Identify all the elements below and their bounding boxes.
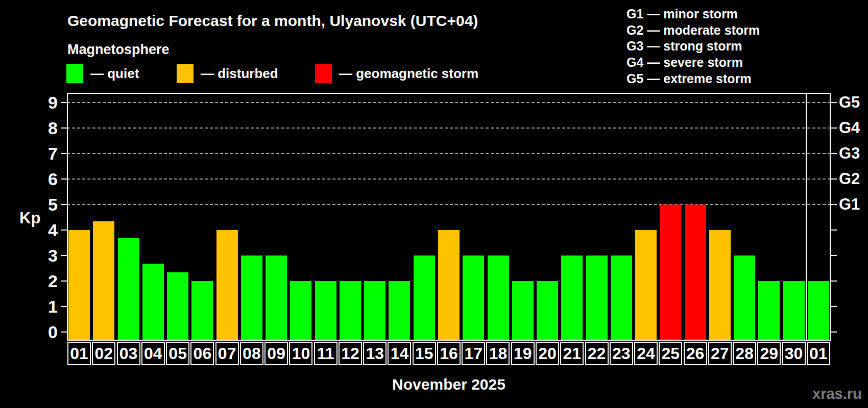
kp-bar-17: [463, 256, 484, 341]
day-label-05: 05: [166, 342, 189, 365]
y-tick-label-2: 2: [27, 272, 58, 290]
gridline-kp8: [67, 128, 831, 129]
day-label-11: 11: [314, 342, 337, 365]
g-mark-G1: G1: [839, 196, 860, 213]
storm-scale-line-1: G1 — minor storm: [626, 6, 760, 22]
left-tick-8: [61, 128, 67, 129]
right-tick-8: [831, 128, 837, 129]
right-tick-3: [831, 255, 837, 256]
plot-area: 0123456789G1G2G3G4G5: [67, 93, 831, 341]
day-label-27: 27: [708, 342, 732, 365]
kp-bar-10: [290, 281, 311, 341]
day-label-01: 01: [67, 342, 91, 365]
y-tick-label-8: 8: [27, 119, 58, 137]
legend-label-storm: — geomagnetic storm: [339, 64, 478, 83]
kp-bar-25: [660, 205, 681, 341]
kp-bar-19: [512, 281, 534, 341]
kp-bar-11: [315, 281, 336, 341]
left-tick-9: [61, 102, 67, 103]
chart-title: Geomagnetic Forecast for a month, Ulyano…: [67, 12, 478, 30]
legend-label-disturbed: — disturbed: [201, 64, 278, 83]
kp-bar-26: [685, 205, 706, 341]
right-tick-9: [831, 102, 837, 103]
storm-scale-line-2: G2 — moderate storm: [626, 22, 760, 39]
kp-bar-16: [438, 230, 460, 341]
y-tick-label-4: 4: [27, 221, 58, 239]
day-label-09: 09: [264, 342, 288, 365]
g-mark-G4: G4: [839, 119, 860, 137]
kp-bar-30: [783, 281, 805, 341]
day-label-17: 17: [462, 342, 485, 365]
quiet-swatch-icon: [66, 64, 83, 83]
left-tick-7: [61, 153, 67, 154]
right-tick-7: [831, 153, 837, 154]
day-label-28: 28: [733, 342, 756, 365]
x-axis-title: November 2025: [67, 376, 831, 393]
day-label-29: 29: [757, 342, 781, 365]
day-label-13: 13: [363, 342, 387, 365]
left-tick-5: [61, 204, 67, 205]
right-tick-6: [831, 178, 837, 180]
kp-bar-01-next: [808, 281, 829, 341]
day-label-02: 02: [92, 342, 115, 365]
day-label-26: 26: [684, 342, 707, 365]
day-label-20: 20: [536, 342, 559, 365]
kp-bar-09: [266, 256, 287, 341]
day-label-06: 06: [190, 342, 214, 365]
left-tick-2: [61, 280, 67, 282]
right-tick-2: [831, 280, 837, 282]
left-tick-4: [61, 230, 67, 231]
kp-bar-03: [118, 238, 139, 341]
day-label-01-next: 01: [807, 342, 830, 365]
day-label-10: 10: [289, 342, 312, 365]
kp-bar-05: [167, 272, 188, 341]
storm-scale-line-3: G3 — strong storm: [626, 38, 760, 55]
day-label-12: 12: [339, 342, 362, 365]
right-tick-1: [831, 306, 837, 307]
kp-bar-24: [635, 230, 657, 341]
kp-bar-21: [561, 256, 583, 341]
kp-bar-29: [758, 281, 780, 341]
y-tick-label-3: 3: [27, 246, 58, 265]
kp-bar-12: [340, 281, 361, 341]
kp-bar-04: [142, 264, 164, 341]
g-mark-G5: G5: [839, 94, 860, 111]
day-label-07: 07: [215, 342, 239, 365]
month-separator: [806, 93, 807, 341]
y-tick-label-9: 9: [27, 93, 58, 112]
day-label-21: 21: [560, 342, 584, 365]
day-label-30: 30: [782, 342, 806, 365]
y-tick-label-7: 7: [27, 144, 58, 163]
day-label-03: 03: [117, 342, 140, 365]
legend-label-quiet: — quiet: [90, 64, 139, 83]
y-tick-label-5: 5: [27, 195, 58, 214]
y-tick-label-0: 0: [27, 323, 58, 341]
gridline-kp6: [67, 178, 831, 180]
y-tick-label-6: 6: [27, 170, 58, 188]
kp-bar-13: [364, 281, 385, 341]
kp-bar-28: [734, 256, 755, 341]
day-label-22: 22: [585, 342, 609, 365]
left-tick-1: [61, 306, 67, 307]
storm-scale-line-5: G5 — extreme storm: [626, 71, 760, 87]
day-label-04: 04: [141, 342, 165, 365]
disturbed-swatch-icon: [177, 64, 194, 83]
left-tick-0: [61, 332, 67, 333]
kp-bar-02: [93, 221, 114, 341]
gridline-kp5: [67, 204, 831, 205]
kp-bar-20: [537, 281, 558, 341]
kp-bar-15: [414, 256, 435, 341]
watermark: xras.ru: [812, 386, 862, 402]
day-label-19: 19: [511, 342, 535, 365]
gridline-kp9: [67, 102, 831, 103]
kp-bar-27: [709, 230, 731, 341]
chart-subtitle: Magnetosphere: [67, 42, 170, 58]
left-tick-6: [61, 178, 67, 180]
storm-scale-line-4: G4 — severe storm: [626, 55, 760, 71]
g-mark-G3: G3: [839, 145, 860, 162]
kp-bar-23: [611, 256, 632, 341]
kp-bar-18: [488, 256, 509, 341]
day-label-15: 15: [413, 342, 436, 365]
right-tick-0: [831, 332, 837, 333]
kp-bar-22: [586, 256, 608, 341]
